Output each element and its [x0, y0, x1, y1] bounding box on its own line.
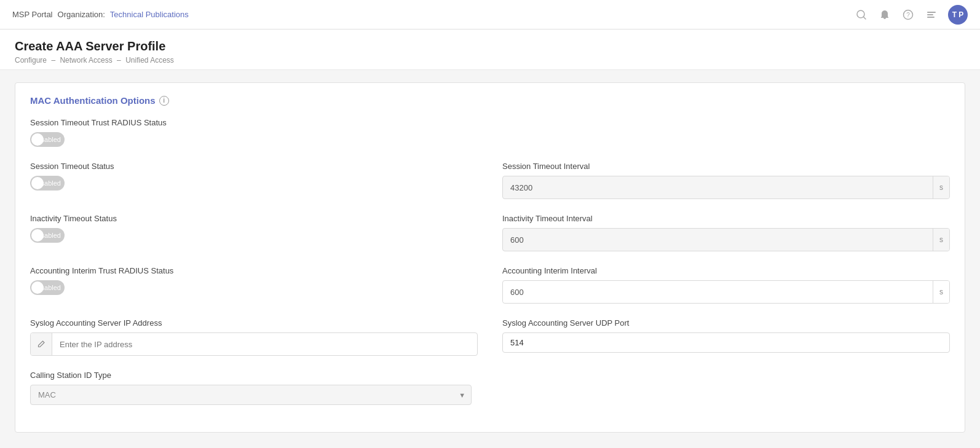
- breadcrumb-sep2: –: [117, 56, 121, 65]
- session-timeout-trust-group: Session Timeout Trust RADIUS Status Disa…: [30, 118, 950, 147]
- syslog-ip-input-wrap: [30, 332, 478, 356]
- session-timeout-row: Session Timeout Status Disabled Session …: [30, 162, 950, 199]
- inactivity-timeout-interval-suffix: s: [933, 229, 949, 251]
- session-timeout-trust-toggle-label: Disabled: [34, 136, 61, 143]
- section-title-text: MAC Authentication Options: [30, 95, 156, 106]
- svg-rect-5: [927, 14, 933, 15]
- inactivity-timeout-status-toggle[interactable]: Disabled: [30, 228, 65, 243]
- accounting-interim-trust-toggle-label: Disabled: [34, 284, 61, 291]
- session-timeout-trust-label: Session Timeout Trust RADIUS Status: [30, 118, 950, 127]
- syslog-udp-group: Syslog Accounting Server UDP Port: [502, 318, 950, 356]
- session-timeout-status-toggle[interactable]: Disabled: [30, 176, 65, 191]
- calling-station-select[interactable]: MAC IP Called Station ID: [30, 385, 472, 405]
- breadcrumb: Configure – Network Access – Unified Acc…: [15, 56, 965, 65]
- syslog-ip-label: Syslog Accounting Server IP Address: [30, 318, 478, 328]
- inactivity-timeout-interval-input-wrap: s: [502, 228, 950, 251]
- accounting-interim-interval-suffix: s: [933, 281, 949, 303]
- accounting-interim-interval-label: Accounting Interim Interval: [502, 266, 950, 275]
- section-title: MAC Authentication Options i: [30, 95, 950, 106]
- bell-icon[interactable]: [878, 8, 891, 22]
- avatar[interactable]: T P: [948, 5, 968, 25]
- accounting-interim-trust-slider: Disabled: [30, 280, 65, 295]
- mac-auth-card: MAC Authentication Options i Session Tim…: [15, 82, 965, 433]
- session-timeout-trust-slider: Disabled: [30, 132, 65, 147]
- session-timeout-status-toggle-wrap: Disabled: [30, 176, 478, 191]
- session-timeout-status-group: Session Timeout Status Disabled: [30, 162, 478, 199]
- syslog-udp-input[interactable]: [502, 332, 950, 353]
- accounting-interim-interval-input-wrap: s: [502, 280, 950, 304]
- session-timeout-status-toggle-label: Disabled: [34, 179, 61, 187]
- inactivity-timeout-status-slider: Disabled: [30, 228, 65, 243]
- inactivity-timeout-interval-label: Inactivity Timeout Interval: [502, 214, 950, 223]
- session-timeout-status-slider: Disabled: [30, 176, 65, 191]
- page-header: Create AAA Server Profile Configure – Ne…: [0, 29, 980, 70]
- breadcrumb-unified-access[interactable]: Unified Access: [125, 56, 174, 65]
- syslog-row: Syslog Accounting Server IP Address Sysl…: [30, 318, 950, 356]
- accounting-interim-trust-group: Accounting Interim Trust RADIUS Status D…: [30, 266, 478, 304]
- top-nav: MSP Portal Organization: Technical Publi…: [0, 0, 980, 29]
- inactivity-timeout-interval-group: Inactivity Timeout Interval s: [502, 214, 950, 251]
- nav-right: ? T P: [855, 5, 968, 25]
- svg-line-1: [864, 17, 866, 19]
- calling-station-select-wrap: MAC IP Called Station ID ▼: [30, 385, 472, 405]
- breadcrumb-network-access[interactable]: Network Access: [60, 56, 112, 65]
- syslog-ip-input[interactable]: [52, 335, 477, 354]
- accounting-interim-row: Accounting Interim Trust RADIUS Status D…: [30, 266, 950, 304]
- inactivity-timeout-status-label: Inactivity Timeout Status: [30, 214, 478, 223]
- inactivity-timeout-status-group: Inactivity Timeout Status Disabled: [30, 214, 478, 251]
- session-timeout-interval-group: Session Timeout Interval s: [502, 162, 950, 199]
- inactivity-timeout-status-toggle-wrap: Disabled: [30, 228, 478, 243]
- nav-left: MSP Portal Organization: Technical Publi…: [12, 10, 855, 19]
- svg-rect-6: [927, 17, 935, 18]
- info-icon[interactable]: i: [159, 96, 169, 106]
- session-timeout-trust-toggle[interactable]: Disabled: [30, 132, 65, 147]
- calling-station-group: Calling Station ID Type MAC IP Called St…: [30, 371, 472, 405]
- calling-station-row: Calling Station ID Type MAC IP Called St…: [30, 371, 950, 405]
- session-timeout-status-label: Session Timeout Status: [30, 162, 478, 171]
- session-timeout-interval-input[interactable]: [503, 178, 933, 197]
- svg-text:?: ?: [906, 12, 910, 18]
- help-icon[interactable]: ?: [901, 8, 915, 22]
- inactivity-timeout-status-toggle-label: Disabled: [34, 232, 61, 239]
- session-timeout-trust-row: Session Timeout Trust RADIUS Status Disa…: [30, 118, 950, 147]
- calling-station-label: Calling Station ID Type: [30, 371, 472, 380]
- syslog-ip-group: Syslog Accounting Server IP Address: [30, 318, 478, 356]
- session-timeout-interval-input-wrap: s: [502, 176, 950, 199]
- session-timeout-trust-toggle-wrap: Disabled: [30, 132, 950, 147]
- session-timeout-interval-label: Session Timeout Interval: [502, 162, 950, 171]
- accounting-interim-trust-label: Accounting Interim Trust RADIUS Status: [30, 266, 478, 275]
- stream-icon[interactable]: [925, 8, 938, 22]
- main-content: MAC Authentication Options i Session Tim…: [0, 70, 980, 448]
- msp-portal-label[interactable]: MSP Portal: [12, 10, 53, 19]
- syslog-ip-icon-btn[interactable]: [31, 333, 52, 355]
- page-title: Create AAA Server Profile: [15, 39, 965, 53]
- session-timeout-interval-suffix: s: [933, 176, 949, 198]
- accounting-interim-interval-input[interactable]: [503, 283, 933, 302]
- org-name[interactable]: Technical Publications: [110, 10, 189, 19]
- breadcrumb-configure[interactable]: Configure: [15, 56, 47, 65]
- svg-rect-4: [927, 12, 936, 13]
- search-icon[interactable]: [855, 8, 868, 22]
- org-label: Organization:: [58, 10, 105, 19]
- accounting-interim-trust-toggle[interactable]: Disabled: [30, 280, 65, 295]
- accounting-interim-trust-toggle-wrap: Disabled: [30, 280, 478, 295]
- inactivity-timeout-interval-input[interactable]: [503, 230, 933, 250]
- accounting-interim-interval-group: Accounting Interim Interval s: [502, 266, 950, 304]
- syslog-udp-label: Syslog Accounting Server UDP Port: [502, 318, 950, 328]
- breadcrumb-sep1: –: [51, 56, 55, 65]
- inactivity-timeout-row: Inactivity Timeout Status Disabled Inact…: [30, 214, 950, 251]
